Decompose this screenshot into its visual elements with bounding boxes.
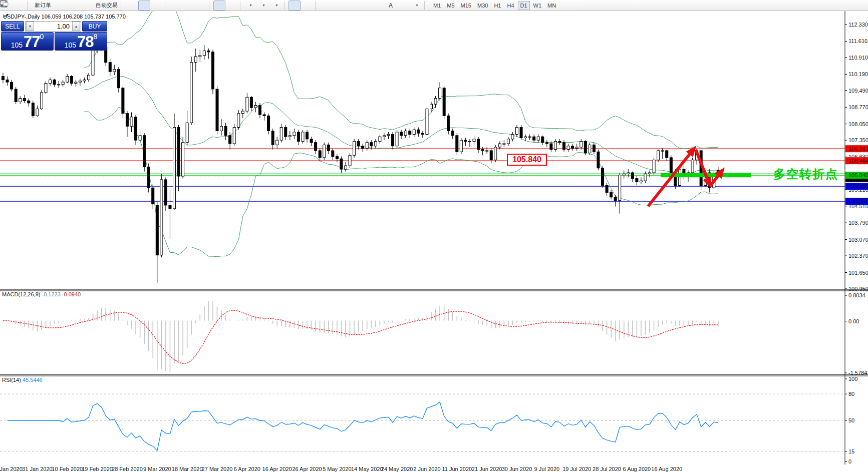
volume-box: ▼ 1.00 ▲ [25, 21, 81, 32]
periods-button[interactable]: ▾ [257, 1, 269, 11]
axis-price-label: 106.981 [845, 145, 868, 152]
timeframe-m15-button[interactable]: M15 [458, 1, 474, 10]
timeframe-d1-button[interactable]: D1 [518, 1, 530, 10]
timeframe-m1-button[interactable]: M1 [431, 1, 443, 10]
candle [494, 147, 497, 160]
main-chart-canvas[interactable]: 112.330111.610110.910110.190109.490108.7… [0, 11, 868, 472]
arrows-button[interactable]: ▾ [411, 1, 423, 11]
candle [430, 104, 433, 109]
zoom-out-button[interactable] [182, 1, 194, 11]
candle [220, 126, 223, 131]
candle [6, 80, 9, 82]
candle [691, 160, 694, 173]
candle [464, 140, 467, 141]
candle [349, 155, 351, 166]
candle [122, 88, 124, 114]
text-label-button[interactable]: T [398, 1, 410, 11]
chart-shift-button[interactable] [226, 1, 238, 11]
text-button[interactable]: A [385, 1, 397, 11]
svg-text:105.840: 105.840 [848, 172, 868, 178]
buy-button[interactable]: BUY [82, 21, 107, 32]
candle [288, 136, 291, 137]
date-label: 18 Mar 2020 [172, 466, 203, 472]
arrows-dropdown-arrow[interactable]: ▾ [416, 3, 418, 8]
timeframe-h4-button[interactable]: H4 [504, 1, 516, 10]
templates-button[interactable]: ▾ [270, 1, 282, 11]
candle [126, 114, 128, 127]
volume-increase-button[interactable]: ▲ [72, 22, 80, 31]
zoom-in-button[interactable] [169, 1, 181, 11]
autotrading-button[interactable]: 自动交易 [93, 1, 119, 11]
candle [593, 145, 595, 152]
sell-button[interactable]: SELL [1, 21, 24, 32]
candle [203, 51, 205, 55]
symbol-info-text: USDJPY-,Daily 106.059 106.208 105.737 10… [3, 14, 126, 20]
timeframe-h1-button[interactable]: H1 [491, 1, 503, 10]
price-level-annotation[interactable]: 105.840 [507, 154, 547, 166]
svg-text:100.950: 100.950 [848, 286, 868, 292]
svg-text:80: 80 [848, 391, 854, 397]
buy-price-display[interactable]: 105788 [55, 32, 107, 51]
candle [199, 56, 201, 57]
svg-text:106.981: 106.981 [848, 146, 868, 152]
community-button[interactable] [67, 1, 79, 11]
volume-decrease-button[interactable]: ▼ [26, 22, 34, 31]
trendline-button[interactable] [346, 1, 358, 11]
crosshair-button[interactable] [302, 1, 314, 11]
indicators-dropdown-arrow[interactable]: ▾ [249, 3, 251, 8]
volume-input[interactable]: 1.00 [35, 23, 72, 30]
search-button[interactable] [838, 1, 850, 11]
candlestick-chart-button[interactable] [138, 1, 150, 11]
candle [280, 128, 282, 141]
cursor-button[interactable] [288, 1, 301, 11]
turning-point-annotation[interactable]: 多空转折点 [773, 166, 838, 182]
svg-text:105.367: 105.367 [848, 183, 868, 189]
timeframe-m5-button[interactable]: M5 [444, 1, 457, 10]
toolbar-separator [165, 2, 168, 10]
fibonacci-button[interactable]: F [372, 1, 384, 11]
timeframe-w1-button[interactable]: W1 [531, 1, 544, 10]
horizontal-line-button[interactable] [333, 1, 345, 11]
templates-dropdown-arrow[interactable]: ▾ [275, 3, 277, 8]
candle [481, 150, 484, 151]
candle [271, 131, 274, 145]
candle [575, 147, 578, 148]
candle [19, 99, 22, 102]
signals-button[interactable] [80, 1, 92, 11]
candle [276, 140, 278, 145]
candle [156, 205, 158, 255]
vertical-line-button[interactable] [320, 1, 332, 11]
date-label: 9 Mar 2020 [143, 466, 171, 472]
candle [567, 146, 569, 150]
date-label: 16 Aug 2020 [651, 466, 682, 472]
date-label: 31 Jan 2020 [22, 466, 53, 472]
sell-price-display[interactable]: 105770 [1, 32, 54, 51]
timeframe-mn-button[interactable]: MN [545, 1, 558, 10]
candle [678, 169, 681, 185]
chat-button[interactable] [851, 1, 863, 11]
timeframe-m30-button[interactable]: M30 [475, 1, 490, 10]
auto-scroll-button[interactable] [213, 1, 225, 11]
date-label: 6 Aug 2020 [623, 466, 651, 472]
equidistant-channel-button[interactable]: E [359, 1, 371, 11]
tile-windows-button[interactable] [195, 1, 207, 11]
chart-window[interactable]: 112.330111.610110.910110.190109.490108.7… [0, 11, 868, 472]
svg-text:0: 0 [848, 458, 851, 464]
line-chart-button[interactable] [151, 1, 163, 11]
mql-editor-button[interactable] [54, 1, 66, 11]
svg-text:111.610: 111.610 [848, 38, 867, 44]
periods-dropdown-arrow[interactable]: ▾ [262, 3, 264, 8]
candle [62, 82, 64, 85]
candle [297, 132, 300, 142]
candle [550, 144, 552, 150]
candle [336, 157, 338, 159]
candle [370, 143, 373, 146]
new-order-button[interactable]: 新订单 [32, 1, 53, 11]
svg-text:110.910: 110.910 [848, 55, 868, 61]
candle [152, 188, 154, 204]
candle [302, 132, 304, 142]
chart-profiles-button[interactable] [14, 1, 26, 11]
indicators-button[interactable]: ▾ [244, 1, 256, 11]
date-label: 27 Mar 2020 [202, 466, 233, 472]
bar-chart-button[interactable] [125, 1, 137, 11]
